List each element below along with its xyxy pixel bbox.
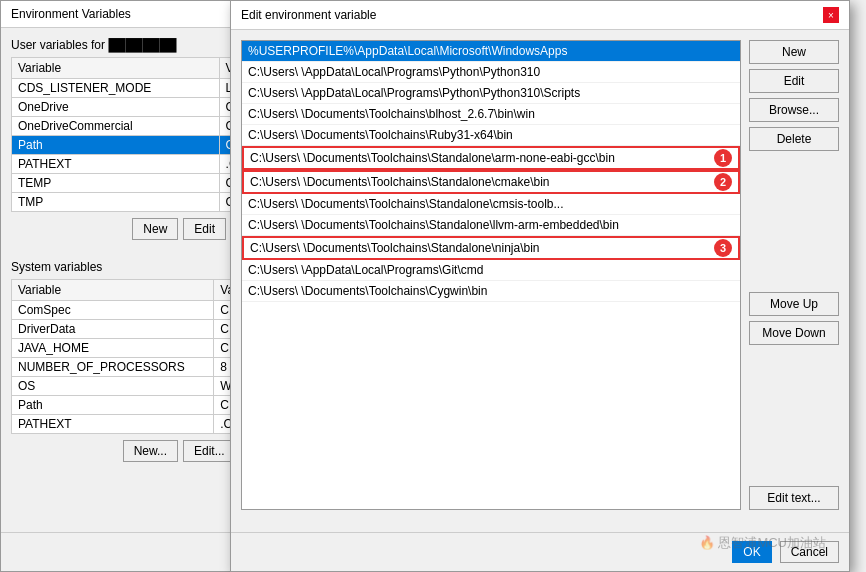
path-list-item[interactable]: C:\Users\ \AppData\Local\Programs\Python… [242, 83, 740, 104]
path-list-item[interactable]: C:\Users\ \AppData\Local\Programs\Python… [242, 62, 740, 83]
edit-env-dialog: Edit environment variable × %USERPROFILE… [230, 0, 850, 572]
path-list-item[interactable]: C:\Users\ \AppData\Local\Programs\Git\cm… [242, 260, 740, 281]
annotation-badge-1: 1 [714, 149, 732, 167]
delete-button[interactable]: Delete [749, 127, 839, 151]
sys-var-name: ComSpec [12, 301, 214, 320]
user-var-name: Path [12, 136, 220, 155]
sys-var-name: Path [12, 396, 214, 415]
dialog-title: Edit environment variable [241, 8, 376, 22]
path-list-item[interactable]: C:\Users\ \Documents\Toolchains\Standalo… [242, 146, 740, 170]
path-list-item[interactable]: C:\Users\ \Documents\Toolchains\blhost_2… [242, 104, 740, 125]
sys-var-name: JAVA_HOME [12, 339, 214, 358]
sys-var-col: Variable [12, 280, 214, 301]
path-list-item[interactable]: C:\Users\ \Documents\Toolchains\Ruby31-x… [242, 125, 740, 146]
annotation-badge-3: 3 [714, 239, 732, 257]
watermark: 🔥 恩智浦MCU加油站 [699, 534, 826, 552]
user-var-name: OneDrive [12, 98, 220, 117]
user-var-name: PATHEXT [12, 155, 220, 174]
edit-text-button[interactable]: Edit text... [749, 486, 839, 510]
move-down-button[interactable]: Move Down [749, 321, 839, 345]
browse-button[interactable]: Browse... [749, 98, 839, 122]
path-list-item[interactable]: %USERPROFILE%\AppData\Local\Microsoft\Wi… [242, 41, 740, 62]
new-button[interactable]: New [749, 40, 839, 64]
dialog-content: %USERPROFILE%\AppData\Local\Microsoft\Wi… [231, 30, 849, 520]
edit-button[interactable]: Edit [749, 69, 839, 93]
user-var-name: TMP [12, 193, 220, 212]
close-button[interactable]: × [823, 7, 839, 23]
sys-var-name: DriverData [12, 320, 214, 339]
user-var-name: OneDriveCommercial [12, 117, 220, 136]
path-list-item[interactable]: C:\Users\ \Documents\Toolchains\Standalo… [242, 215, 740, 236]
sys-new-button[interactable]: New... [123, 440, 178, 462]
user-var-col: Variable [12, 58, 220, 79]
path-list-item[interactable]: C:\Users\ \Documents\Toolchains\Standalo… [242, 236, 740, 260]
user-var-name: TEMP [12, 174, 220, 193]
path-list-item[interactable]: C:\Users\ \Documents\Toolchains\Standalo… [242, 194, 740, 215]
path-list-item[interactable]: C:\Users\ \Documents\Toolchains\Standalo… [242, 170, 740, 194]
env-title-text: Environment Variables [11, 7, 131, 21]
move-up-button[interactable]: Move Up [749, 292, 839, 316]
user-var-name: CDS_LISTENER_MODE [12, 79, 220, 98]
dialog-title-bar: Edit environment variable × [231, 1, 849, 30]
sys-edit-button[interactable]: Edit... [183, 440, 236, 462]
user-new-button[interactable]: New [132, 218, 178, 240]
user-edit-button[interactable]: Edit [183, 218, 226, 240]
sys-var-name: NUMBER_OF_PROCESSORS [12, 358, 214, 377]
path-list[interactable]: %USERPROFILE%\AppData\Local\Microsoft\Wi… [241, 40, 741, 510]
annotation-badge-2: 2 [714, 173, 732, 191]
sys-var-name: OS [12, 377, 214, 396]
sys-var-name: PATHEXT [12, 415, 214, 434]
button-panel: New Edit Browse... Delete Move Up Move D… [749, 40, 839, 510]
path-list-item[interactable]: C:\Users\ \Documents\Toolchains\Cygwin\b… [242, 281, 740, 302]
